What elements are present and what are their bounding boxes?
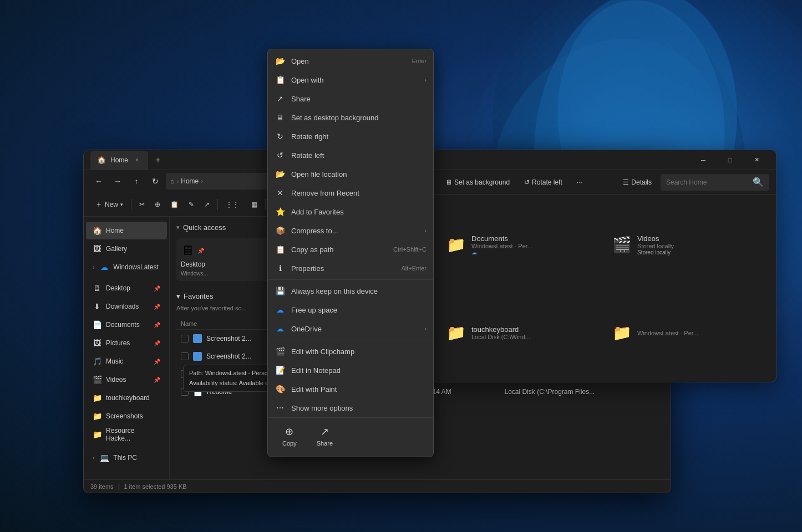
rp-touchkeyboard-path: Local Disk (C:\Wind...: [471, 334, 530, 340]
favorites-collapse-icon[interactable]: ▾: [176, 292, 180, 300]
breadcrumb-separator: ›: [176, 177, 179, 185]
ctx-edit-notepad-label: Edit in Notepad: [291, 366, 427, 375]
ctx-show-more[interactable]: ⋯ Show more options: [268, 398, 433, 417]
rename-icon: ✎: [189, 201, 194, 208]
sidebar-item-gallery[interactable]: 🖼 Gallery: [86, 240, 167, 258]
sidebar-item-music[interactable]: 🎵 Music 📌: [86, 352, 167, 370]
rp-search-box[interactable]: 🔍: [661, 174, 769, 191]
ctx-copy-action-label: Copy: [282, 440, 297, 447]
copy-button[interactable]: ⊕: [150, 196, 165, 213]
sidebar-screenshots-label: Screenshots: [106, 412, 143, 420]
pictures-sidebar-icon: 🖼: [93, 339, 101, 347]
details-panel-label: Details: [631, 178, 652, 186]
set-background-button[interactable]: 🖥 Set as background: [440, 176, 515, 188]
ctx-free-space[interactable]: ☁ Free up space: [268, 300, 433, 319]
ctx-onedrive[interactable]: ☁ OneDrive ›: [268, 319, 433, 338]
sidebar-item-screenshots[interactable]: 📁 Screenshots: [86, 407, 167, 425]
sidebar-item-resource-hacker[interactable]: 📁 Resource Hacke...: [86, 426, 167, 443]
cut-icon: ✂: [139, 201, 145, 208]
ctx-remove-recent-label: Remove from Recent: [291, 189, 427, 197]
ctx-rotate-left[interactable]: ↺ Rotate left: [268, 146, 433, 165]
ctx-open[interactable]: 📂 Open Enter: [268, 52, 433, 70]
new-button[interactable]: ＋ New ▾: [90, 196, 128, 213]
sidebar-item-this-pc[interactable]: › 💻 This PC: [86, 449, 167, 467]
ctx-add-favorites-label: Add to Favorites: [291, 208, 427, 216]
sidebar-item-videos[interactable]: 🎬 Videos 📌: [86, 371, 167, 388]
cut-button[interactable]: ✂: [135, 196, 149, 213]
new-tab-button[interactable]: +: [150, 152, 166, 168]
refresh-button[interactable]: ↻: [147, 173, 164, 190]
ctx-rotate-right[interactable]: ↻ Rotate right: [268, 127, 433, 146]
checkbox-1[interactable]: [181, 335, 189, 342]
ctx-separator-1: [268, 279, 433, 280]
ctx-edit-paint[interactable]: 🎨 Edit with Paint: [268, 380, 433, 398]
ctx-always-keep[interactable]: 💾 Always keep on this device: [268, 282, 433, 300]
file-icon-1: [193, 334, 202, 343]
music-icon: 🎵: [93, 357, 101, 366]
sidebar-videos-label: Videos: [106, 376, 126, 383]
right-panel-toolbar: 🖥 Set as background ↺ Rotate left ··· ☰ …: [433, 170, 776, 195]
ctx-open-file-location[interactable]: 📂 Open file location: [268, 165, 433, 183]
more-options-button[interactable]: ···: [571, 176, 588, 188]
sidebar-touchkeyboard-label: touchkeyboard: [106, 394, 150, 402]
ctx-edit-notepad[interactable]: 📝 Edit in Notepad: [268, 361, 433, 380]
rp-item-extra[interactable]: 📁 WindowsLatest - Per...: [608, 293, 767, 374]
back-button[interactable]: ←: [90, 173, 107, 190]
expand-arrow-icon: ›: [93, 264, 94, 270]
ctx-share[interactable]: ↗ Share: [268, 89, 433, 108]
this-pc-icon: 💻: [100, 453, 109, 462]
details-panel-button[interactable]: ☰ Details: [617, 176, 657, 188]
up-button[interactable]: ↑: [128, 173, 145, 190]
tab-close-button[interactable]: ×: [133, 156, 141, 165]
sort-icon: ⋮⋮: [226, 201, 239, 208]
ctx-share-icon: ↗: [275, 93, 286, 104]
sidebar-item-downloads[interactable]: ⬇ Downloads 📌: [86, 298, 167, 315]
home-sidebar-icon: 🏠: [93, 226, 101, 235]
ctx-set-desktop-bg-icon: 🖥: [275, 112, 286, 123]
rename-button[interactable]: ✎: [184, 196, 199, 213]
rotate-left-button[interactable]: ↺ Rotate left: [519, 176, 568, 188]
sidebar-item-windowslatest[interactable]: › ☁ WindowsLatest: [86, 258, 167, 276]
ctx-share-action-button[interactable]: ↗ Share: [311, 422, 338, 450]
rp-item-videos[interactable]: 🎬 Videos Stored locally Stored locally: [608, 203, 767, 287]
sidebar-item-documents[interactable]: 📄 Documents 📌: [86, 316, 167, 334]
sidebar-item-touchkeyboard[interactable]: 📁 touchkeyboard: [86, 389, 167, 407]
quick-access-collapse-icon[interactable]: ▾: [176, 224, 180, 231]
rp-minimize-button[interactable]: ─: [691, 151, 716, 169]
ctx-properties[interactable]: ℹ Properties Alt+Enter: [268, 259, 433, 278]
rp-maximize-button[interactable]: □: [717, 151, 743, 169]
touchkeyboard-icon: 📁: [93, 393, 101, 402]
rp-item-touchkeyboard[interactable]: 📁 touchkeyboard Local Disk (C:\Wind...: [442, 293, 601, 374]
sidebar-item-home[interactable]: 🏠 Home: [86, 222, 167, 239]
rp-item-documents[interactable]: 📁 Documents WindowsLatest - Per... ☁: [442, 203, 601, 287]
sort-button[interactable]: ⋮⋮: [221, 196, 246, 213]
ctx-add-favorites[interactable]: ⭐ Add to Favorites: [268, 202, 433, 221]
ctx-remove-recent[interactable]: ✕ Remove from Recent: [268, 183, 433, 202]
quick-access-label: Quick access: [183, 223, 226, 232]
rp-documents-path: WindowsLatest - Per...: [471, 243, 532, 249]
breadcrumb-home[interactable]: Home: [181, 177, 199, 185]
view-button[interactable]: ▦: [247, 196, 262, 213]
forward-button[interactable]: →: [109, 173, 126, 190]
ctx-open-with-arrow: ›: [424, 76, 427, 83]
ctx-open-shortcut: Enter: [412, 58, 427, 64]
tab-home[interactable]: 🏠 Home ×: [90, 151, 148, 170]
sidebar-item-desktop[interactable]: 🖥 Desktop 📌: [86, 279, 167, 297]
pin-icon-desktop: 📌: [154, 285, 160, 291]
rp-touchkeyboard-icon: 📁: [446, 324, 466, 342]
ctx-set-desktop-bg[interactable]: 🖥 Set as desktop background: [268, 108, 433, 127]
checkbox-2[interactable]: [181, 352, 189, 360]
paste-button[interactable]: 📋: [166, 196, 183, 213]
ctx-open-with[interactable]: 📋 Open with ›: [268, 70, 433, 89]
share-button[interactable]: ↗: [200, 196, 214, 213]
ctx-edit-clipchamp[interactable]: 🎬 Edit with Clipchamp: [268, 342, 433, 361]
rp-search-input[interactable]: [666, 178, 749, 186]
ctx-copy-action-button[interactable]: ⊕ Copy: [277, 422, 302, 450]
ctx-copy-path[interactable]: 📋 Copy as path Ctrl+Shift+C: [268, 240, 433, 259]
qa-desktop-name: Desktop: [181, 260, 205, 268]
rp-close-button[interactable]: ✕: [744, 151, 769, 169]
new-icon: ＋: [95, 200, 103, 209]
rp-extra-info: WindowsLatest - Per...: [637, 330, 698, 336]
ctx-compress[interactable]: 📦 Compress to... ›: [268, 221, 433, 240]
sidebar-item-pictures[interactable]: 🖼 Pictures 📌: [86, 334, 167, 352]
